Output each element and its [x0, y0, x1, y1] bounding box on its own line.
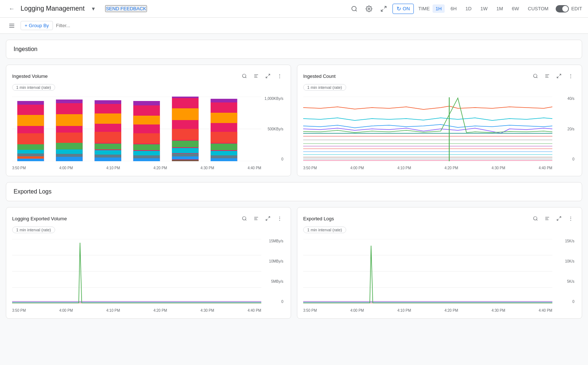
time-1m-button[interactable]: 1M	[494, 4, 506, 13]
time-6w-button[interactable]: 6W	[509, 4, 522, 13]
svg-rect-59	[172, 160, 198, 161]
x-label-4: 4:20 PM	[153, 308, 167, 312]
expand-icon	[265, 216, 270, 221]
chart-more-button[interactable]: ⋮	[275, 71, 285, 81]
svg-rect-36	[94, 100, 121, 104]
chart-legend-button-3[interactable]	[251, 213, 261, 224]
back-button[interactable]: ←	[6, 3, 18, 15]
x-label-1: 3:50 PM	[303, 308, 317, 312]
svg-rect-47	[133, 144, 160, 150]
time-1d-button[interactable]: 1D	[463, 4, 475, 13]
x-label-3: 4:10 PM	[106, 308, 120, 312]
chart-legend-button-2[interactable]	[542, 71, 552, 81]
chart-legend-button[interactable]	[251, 71, 261, 81]
logging-exported-volume-interval: 1 min interval (rate)	[12, 227, 55, 233]
time-1h-button[interactable]: 1H	[433, 4, 445, 13]
svg-rect-62	[211, 113, 237, 123]
svg-rect-23	[17, 150, 44, 153]
svg-rect-19	[17, 101, 44, 105]
exported-logs-chart-card: Exported Logs ⋮ 1 min interval (rate)	[297, 207, 582, 319]
chart-legend-button-4[interactable]	[542, 213, 552, 224]
svg-rect-56	[172, 148, 198, 153]
search-icon	[242, 216, 247, 221]
edit-toggle-group: EDIT	[556, 5, 582, 12]
time-custom-button[interactable]: CUSTOM	[525, 4, 551, 13]
svg-rect-28	[56, 100, 82, 103]
menu-icon	[8, 22, 15, 29]
ingested-volume-x-axis: 3:50 PM 4:00 PM 4:10 PM 4:20 PM 4:30 PM …	[12, 166, 261, 170]
ingested-count-card: Ingested Count ⋮ 1 min interval (rate)	[297, 65, 582, 176]
svg-point-2	[368, 8, 370, 10]
chart-tools-3: ⋮	[239, 213, 285, 224]
ingested-count-header: Ingested Count ⋮	[303, 71, 576, 81]
svg-rect-25	[17, 156, 44, 159]
chart-search-button[interactable]	[239, 71, 250, 81]
chart-expand-button-3[interactable]	[263, 213, 273, 224]
chart-expand-button[interactable]	[263, 71, 273, 81]
svg-point-0	[352, 6, 356, 11]
svg-line-92	[537, 220, 538, 221]
chart-more-button-2[interactable]: ⋮	[566, 71, 576, 81]
chart-expand-button-2[interactable]	[554, 71, 564, 81]
expand-icon-button[interactable]	[378, 3, 390, 15]
time-6h-button[interactable]: 6H	[448, 4, 460, 13]
ingested-count-svg	[303, 97, 552, 161]
filter-input[interactable]	[56, 23, 582, 28]
chart-expand-button-4[interactable]	[554, 213, 564, 224]
chart-tools-4: ⋮	[530, 213, 576, 224]
chart-more-button-3[interactable]: ⋮	[275, 213, 285, 224]
ingested-volume-title: Ingested Volume	[12, 73, 48, 79]
svg-rect-46	[133, 133, 160, 144]
svg-line-1	[355, 10, 356, 11]
x-label-4: 4:20 PM	[444, 166, 458, 170]
ingested-count-interval: 1 min interval (rate)	[303, 84, 346, 91]
svg-rect-24	[17, 153, 44, 156]
legend-icon	[254, 73, 259, 79]
y-label-3: 5K/s	[567, 279, 574, 283]
svg-point-8	[243, 74, 246, 77]
exported-logs-chart-title: Exported Logs	[303, 216, 334, 221]
refresh-label: ON	[403, 6, 410, 11]
svg-rect-54	[172, 129, 198, 140]
settings-icon-button[interactable]	[363, 3, 375, 15]
svg-line-73	[559, 74, 561, 76]
svg-line-69	[537, 77, 538, 78]
svg-rect-61	[211, 99, 237, 102]
svg-rect-52	[172, 97, 198, 98]
search-icon	[242, 73, 247, 79]
menu-icon-button[interactable]	[6, 20, 18, 32]
logging-exported-volume-y-axis: 15MBy/s 10MBy/s 5MBy/s 0	[263, 239, 285, 304]
chart-tools-2: ⋮	[530, 71, 576, 81]
svg-line-4	[381, 9, 383, 11]
search-icon-button[interactable]	[348, 3, 360, 15]
x-label-6: 4:40 PM	[539, 166, 552, 170]
group-by-button[interactable]: + Group By	[21, 21, 53, 30]
svg-rect-42	[94, 158, 121, 161]
refresh-button[interactable]: ↻ ON	[392, 4, 414, 14]
filter-bar: + Group By	[0, 18, 588, 34]
legend-icon	[545, 216, 550, 221]
svg-rect-50	[133, 158, 160, 161]
legend-icon	[254, 216, 259, 221]
ingestion-title: Ingestion	[14, 46, 37, 52]
chart-search-button-2[interactable]	[530, 71, 541, 81]
y-label-top: 1,000KBy/s	[265, 97, 283, 101]
chart-search-button-3[interactable]	[239, 213, 250, 224]
svg-rect-65	[211, 151, 237, 155]
chart-search-button-4[interactable]	[530, 213, 541, 224]
expand-icon	[556, 216, 562, 221]
time-1w-button[interactable]: 1W	[477, 4, 491, 13]
ingested-count-x-axis: 3:50 PM 4:00 PM 4:10 PM 4:20 PM 4:30 PM …	[303, 166, 552, 170]
exported-logs-chart-header: Exported Logs ⋮	[303, 213, 576, 224]
svg-line-97	[557, 219, 559, 220]
y-label-1: 15MBy/s	[269, 239, 283, 243]
edit-toggle[interactable]	[556, 5, 569, 12]
ingested-volume-y-axis: 1,000KBy/s 500KBy/s 0	[263, 97, 285, 161]
chart-more-button-4[interactable]: ⋮	[566, 213, 576, 224]
x-label-5: 4:30 PM	[201, 166, 214, 170]
send-feedback-button[interactable]: SEND FEEDBACK	[105, 5, 147, 12]
ingestion-charts-grid: Ingested Volume ⋮ 1 min interval (rate)	[6, 65, 582, 176]
title-dropdown[interactable]: ▾	[87, 3, 99, 15]
svg-rect-37	[94, 113, 121, 124]
exported-logs-y-axis: 15K/s 10K/s 5K/s 0	[554, 239, 576, 304]
